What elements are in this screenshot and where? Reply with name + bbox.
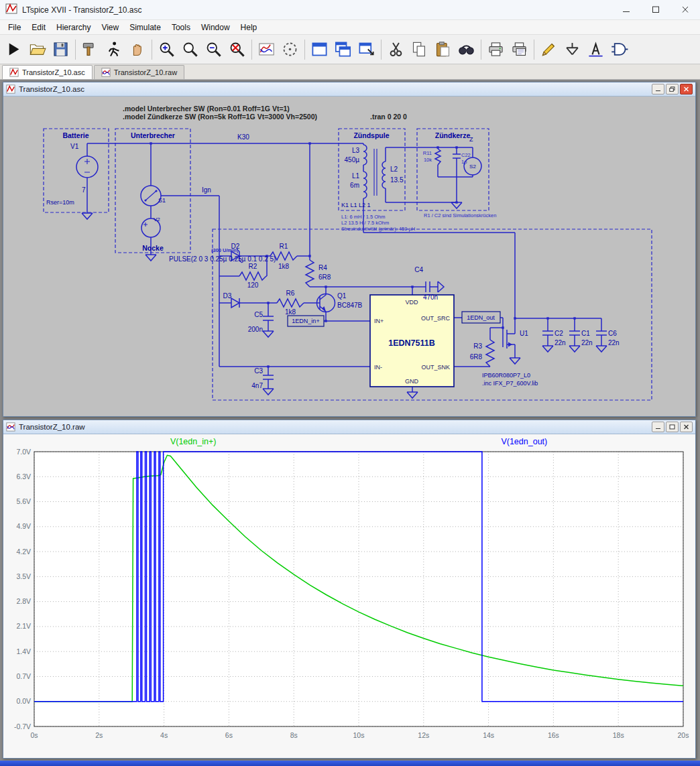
menu-window[interactable]: Window [196,21,235,34]
copy-icon[interactable] [408,37,431,62]
trace-label[interactable]: V(1edn_out) [501,437,547,446]
label-icon[interactable] [584,37,607,62]
ref-s2: S2 [469,164,476,170]
y-tick-label: 2.8V [16,597,31,605]
waveform-minimize-button[interactable] [652,422,664,432]
waveform-window-titlebar[interactable]: TransistorZ_10.raw [3,420,695,434]
y-tick-label: 0.7V [16,672,31,680]
zoomin-icon[interactable] [155,37,178,62]
value-r1: 1k8 [278,263,290,270]
halt-icon[interactable] [102,37,125,62]
waveform-plot[interactable]: 0s2s4s6s8s10s12s14s16s18s20s7.0V6.3V5.6V… [3,434,695,758]
newschem-icon[interactable] [308,37,331,62]
find-icon[interactable] [455,37,478,62]
zoomfull-icon[interactable] [225,37,249,62]
voltage-source-v1[interactable] [76,156,98,178]
waveform-window-controls [652,422,693,432]
ref-q1: Q1 [337,292,347,300]
net-1edn-out: 1EDN_out [467,314,495,321]
printpv-icon[interactable] [508,37,531,62]
schematic-close-button[interactable] [680,84,693,94]
resistor-r3[interactable] [486,340,494,367]
capacitor-c2[interactable] [542,331,553,335]
marker-icon[interactable] [278,37,302,62]
toolbar-separator [304,40,305,60]
open-icon[interactable] [25,37,49,62]
maximize-button[interactable] [641,0,670,19]
schematic-restore-button[interactable] [666,84,679,94]
note-l2: L2 13.5 H / 7.5 kOhm [341,220,389,226]
ground-icon [82,213,93,219]
cut-icon[interactable] [384,37,408,62]
inductor-l3[interactable] [363,145,367,165]
note-streu: Streuinduktivität (primär): 450 µH [341,226,415,232]
schematic-canvas[interactable]: .model Unterbrecher SW (Ron=0.01 Roff=1G… [3,97,695,416]
capacitor-c3[interactable] [263,375,274,379]
waveform-canvas[interactable]: 0s2s4s6s8s10s12s14s16s18s20s7.0V6.3V5.6V… [3,434,695,758]
print-icon[interactable] [484,37,508,62]
x-tick-label: 14s [483,731,494,739]
schematic-window-titlebar[interactable]: TransistorZ_10.asc [3,82,695,97]
paste-icon[interactable] [431,37,455,62]
net-z: Z [469,136,473,143]
inductor-l2[interactable] [382,162,386,188]
menu-view[interactable]: View [96,21,124,34]
capacitor-c4[interactable] [426,281,430,292]
comp-icon[interactable] [607,37,631,62]
menu-simulate[interactable]: Simulate [124,21,166,34]
resistor-r6[interactable] [277,299,304,307]
trace-label[interactable]: V(1edn_in+) [170,437,216,446]
capacitor-c1[interactable] [569,331,580,335]
menu-file[interactable]: File [3,21,26,34]
zoomback-icon[interactable] [178,37,202,62]
ref-r4: R4 [318,264,327,271]
wires[interactable] [87,143,601,392]
toolbar-separator [251,40,252,60]
menu-hierarchy[interactable]: Hierarchy [51,21,96,34]
run-icon[interactable] [2,37,25,62]
cpanel-icon[interactable] [78,37,102,62]
capacitor-c6[interactable] [596,331,607,335]
save-icon[interactable] [49,37,72,62]
minimize-button[interactable] [611,0,641,19]
resistor-r11[interactable] [435,149,441,165]
menu-tools[interactable]: Tools [166,21,196,34]
waveform-close-button[interactable] [680,422,693,432]
directive-inc: .inc IFX_P7_600V.lib [482,380,538,387]
diode-d3[interactable] [231,298,239,308]
mosfet-u1[interactable] [503,330,512,348]
zoomout-icon[interactable] [202,37,225,62]
net-1edn-in: 1EDN_in+ [292,318,319,324]
menu-edit[interactable]: Edit [26,21,51,34]
resistor-r2[interactable] [239,272,266,280]
schematic-minimize-button[interactable] [652,84,664,94]
duplicate-icon[interactable] [331,37,355,62]
capacitor-c5[interactable] [263,316,274,320]
pencil-icon[interactable] [537,37,561,62]
y-tick-label: 1.4V [16,647,31,655]
unterbrecher-box [115,129,190,253]
value-v1-rser: Rser=10m [46,199,74,206]
autorange-icon[interactable] [255,37,278,62]
value-c6: 22n [608,339,620,346]
tab-schematic[interactable]: TransistorZ_10.asc [2,65,93,79]
ref-u1: U1 [520,330,528,337]
resistor-r4[interactable] [306,260,314,287]
schematic-drawing[interactable]: .model Unterbrecher SW (Ron=0.01 Roff=1G… [3,97,695,416]
ref-l3: L3 [352,147,360,154]
gnd-icon[interactable] [561,37,584,62]
menu-help[interactable]: Help [235,21,263,34]
ground-icon [596,346,607,352]
tab-waveform[interactable]: TransistorZ_10.raw [94,65,184,79]
pause-icon[interactable] [125,37,149,62]
waveform-maximize-button[interactable] [666,422,679,432]
capacitor-c22[interactable] [453,154,461,158]
y-tick-label: 2.1V [16,622,31,630]
newsym-icon[interactable] [355,37,378,62]
inductor-l1[interactable] [363,172,367,198]
pin-out-src: OUT_SRC [421,315,451,322]
value-q1: BC847B [337,302,363,309]
value-r4: 6R8 [318,273,331,281]
close-button[interactable] [670,0,700,19]
ground-icon [263,331,274,337]
